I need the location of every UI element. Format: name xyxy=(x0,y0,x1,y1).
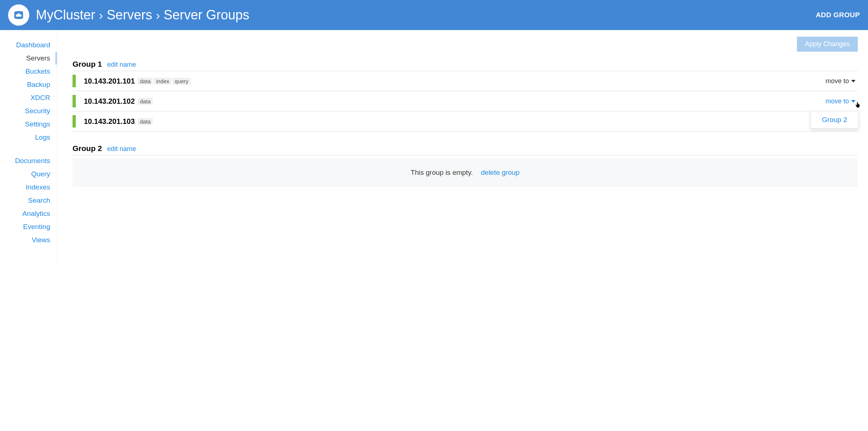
server-ip: 10.143.201.102 xyxy=(84,97,135,106)
sidebar-item-query[interactable]: Query xyxy=(0,168,57,180)
server-ip: 10.143.201.103 xyxy=(84,117,135,126)
group-block: Group 2 edit name This group is empty. d… xyxy=(73,144,858,187)
sidebar-item-servers[interactable]: Servers xyxy=(0,52,57,65)
sidebar-item-backup[interactable]: Backup xyxy=(0,78,57,91)
service-tag: data xyxy=(138,78,153,85)
status-indicator xyxy=(73,75,76,87)
apply-changes-button[interactable]: Apply Changes xyxy=(797,37,858,52)
sidebar-item-analytics[interactable]: Analytics xyxy=(0,207,57,220)
breadcrumb: MyCluster › Servers › Server Groups xyxy=(36,7,249,23)
status-indicator xyxy=(73,115,76,128)
service-tag: data xyxy=(138,98,153,105)
sidebar-item-search[interactable]: Search xyxy=(0,194,57,207)
service-tag: query xyxy=(173,78,191,85)
service-tag: data xyxy=(138,118,153,125)
header-left: MyCluster › Servers › Server Groups xyxy=(8,4,249,26)
empty-group-text: This group is empty. xyxy=(411,169,473,177)
breadcrumb-server-groups: Server Groups xyxy=(164,7,249,23)
caret-down-icon xyxy=(851,80,856,82)
chevron-right-icon: › xyxy=(99,8,103,22)
status-indicator xyxy=(73,95,76,107)
sidebar-item-security[interactable]: Security xyxy=(0,105,57,117)
group-title: Group 1 xyxy=(73,60,102,69)
couchbase-icon xyxy=(12,8,25,22)
sidebar-item-settings[interactable]: Settings xyxy=(0,118,57,130)
sidebar-item-buckets[interactable]: Buckets xyxy=(0,65,57,78)
move-to-dropdown[interactable]: move to xyxy=(826,77,856,85)
sidebar-item-dashboard[interactable]: Dashboard xyxy=(0,39,57,51)
move-to-label: move to xyxy=(826,97,849,105)
add-group-button[interactable]: ADD GROUP xyxy=(816,11,860,19)
sidebar-item-indexes[interactable]: Indexes xyxy=(0,181,57,194)
group-title: Group 2 xyxy=(73,144,102,153)
caret-down-icon xyxy=(851,100,856,103)
empty-group-panel: This group is empty. delete group xyxy=(73,158,858,187)
server-row: 10.143.201.102 data move to Group 2 xyxy=(73,91,858,111)
move-to-dropdown[interactable]: move to xyxy=(826,97,856,105)
delete-group-link[interactable]: delete group xyxy=(481,169,520,177)
server-ip: 10.143.201.101 xyxy=(84,77,135,85)
group-header: Group 2 edit name xyxy=(73,144,858,155)
sidebar-item-logs[interactable]: Logs xyxy=(0,131,57,144)
move-to-label: move to xyxy=(826,77,849,85)
move-to-menu-item[interactable]: Group 2 xyxy=(822,116,847,124)
edit-name-link[interactable]: edit name xyxy=(107,145,136,153)
edit-name-link[interactable]: edit name xyxy=(107,61,136,69)
group-header: Group 1 edit name xyxy=(73,60,858,71)
breadcrumb-cluster[interactable]: MyCluster xyxy=(36,7,95,23)
sidebar: Dashboard Servers Buckets Backup XDCR Se… xyxy=(0,30,57,262)
sidebar-item-xdcr[interactable]: XDCR xyxy=(0,92,57,104)
toolbar: Apply Changes xyxy=(73,37,858,52)
couchbase-logo xyxy=(8,4,29,26)
sidebar-item-eventing[interactable]: Eventing xyxy=(0,221,57,233)
breadcrumb-servers[interactable]: Servers xyxy=(107,7,152,23)
move-to-menu: Group 2 xyxy=(810,111,858,129)
service-tag: index xyxy=(154,78,171,85)
server-row: 10.143.201.103 data move to xyxy=(73,111,858,132)
group-block: Group 1 edit name 10.143.201.101 data in… xyxy=(73,60,858,132)
sidebar-item-views[interactable]: Views xyxy=(0,234,57,246)
sidebar-item-documents[interactable]: Documents xyxy=(0,155,57,167)
header-bar: MyCluster › Servers › Server Groups ADD … xyxy=(0,0,868,30)
chevron-right-icon: › xyxy=(156,8,160,22)
server-row: 10.143.201.101 data index query move to xyxy=(73,71,858,91)
main-content: Apply Changes Group 1 edit name 10.143.2… xyxy=(57,30,868,262)
